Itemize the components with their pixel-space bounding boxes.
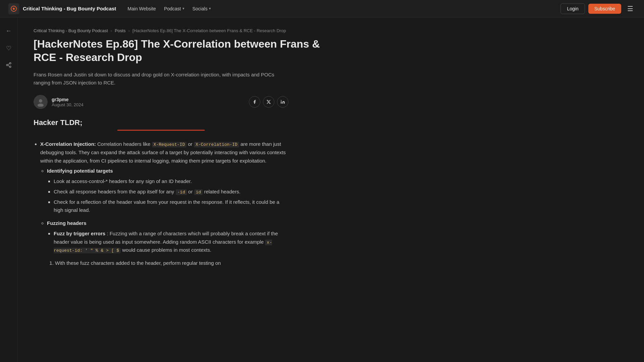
x-correlation-text2: or	[188, 141, 194, 147]
social-share-buttons	[249, 96, 288, 108]
svg-point-3	[9, 63, 11, 64]
svg-point-9	[38, 104, 44, 107]
numbered-item-1-text: With these fuzz characters added to the …	[55, 260, 221, 266]
svg-point-2	[13, 8, 15, 10]
breadcrumb-posts[interactable]: Posts	[115, 28, 126, 33]
list-item: Fuzzing headers Fuzz by trigger errors :…	[47, 219, 288, 267]
like-button[interactable]: ♡	[4, 43, 13, 54]
left-sidebar: ← ♡	[0, 17, 17, 362]
x-correlation-text: Correlation headers like	[97, 141, 152, 147]
identifying-item-2b: or	[188, 189, 194, 194]
svg-line-7	[8, 64, 9, 65]
avatar	[34, 95, 48, 109]
svg-point-4	[6, 64, 8, 66]
list-item: Check for a reflection of the header val…	[54, 198, 288, 215]
author-date: August 30, 2024	[52, 102, 84, 107]
back-button[interactable]: ←	[4, 25, 14, 37]
hacker-tldr-heading: Hacker TLDR;	[34, 118, 288, 127]
nav-main-website[interactable]: Main Website	[124, 4, 159, 13]
socials-chevron-icon: ▾	[209, 6, 211, 11]
brand-name: Critical Thinking - Bug Bounty Podcast	[23, 6, 116, 11]
fuzzing-items: Fuzz by trigger errors : Fuzzing with a …	[54, 230, 288, 254]
svg-point-10	[281, 100, 281, 101]
code-id-2: id	[194, 189, 203, 195]
article-title: [HackerNotes Ep.86] The X-Correlation be…	[34, 37, 322, 64]
red-divider	[117, 130, 205, 131]
list-item: Identifying potential targets Look at ac…	[47, 167, 288, 215]
subscribe-button[interactable]: Subscribe	[588, 4, 621, 14]
identifying-item-1: Look at access-control-* headers for any…	[54, 178, 192, 184]
code-x-correlation-id: X-Correlation-ID	[194, 142, 239, 147]
share-button[interactable]	[4, 60, 14, 70]
numbered-list: With these fuzz characters added to the …	[55, 259, 288, 267]
linkedin-share-button[interactable]	[277, 96, 288, 108]
list-item: Look at access-control-* headers for any…	[54, 177, 288, 186]
breadcrumb-home[interactable]: Critical Thinking - Bug Bounty Podcast	[34, 28, 108, 33]
navbar-left: Critical Thinking - Bug Bounty Podcast M…	[8, 3, 214, 14]
nav-links: Main Website Podcast ▾ Socials ▾	[124, 4, 214, 13]
brand-logo-link[interactable]: Critical Thinking - Bug Bounty Podcast	[8, 3, 116, 14]
brand-logo	[8, 3, 19, 14]
podcast-chevron-icon: ▾	[182, 6, 184, 11]
navbar-right: Login Subscribe ☰	[560, 3, 636, 14]
navbar: Critical Thinking - Bug Bounty Podcast M…	[0, 0, 644, 17]
numbered-item-1: With these fuzz characters added to the …	[55, 259, 288, 267]
fuzzing-heading: Fuzzing headers	[47, 220, 87, 226]
author-row: gr3pme August 30, 2024	[34, 95, 288, 109]
svg-point-5	[9, 66, 11, 68]
code-id-1: -id	[176, 189, 187, 195]
fuzz-trigger-bold: Fuzz by trigger errors	[54, 231, 105, 236]
list-item: X-Correlation Injection: Correlation hea…	[40, 140, 288, 267]
article-body: Hacker TLDR; X-Correlation Injection: Co…	[34, 118, 288, 267]
svg-point-8	[39, 99, 42, 103]
list-item: Check all response headers from the app …	[54, 188, 288, 196]
breadcrumb: Critical Thinking - Bug Bounty Podcast ›…	[34, 28, 330, 33]
code-x-request-id: X-Request-ID	[152, 142, 187, 147]
identifying-items: Look at access-control-* headers for any…	[54, 177, 288, 215]
list-item: Fuzz by trigger errors : Fuzzing with a …	[54, 230, 288, 254]
identifying-item-2c: related headers.	[204, 189, 240, 194]
menu-button[interactable]: ☰	[625, 3, 636, 14]
facebook-share-button[interactable]	[249, 96, 260, 108]
sub-bullet-list: Identifying potential targets Look at ac…	[47, 167, 288, 267]
main-bullet-list: X-Correlation Injection: Correlation hea…	[40, 140, 288, 267]
breadcrumb-sep-1: ›	[111, 28, 112, 33]
breadcrumb-current: [HackerNotes Ep.86] The X-Correlation be…	[132, 28, 286, 33]
identifying-heading: Identifying potential targets	[47, 168, 113, 174]
fuzz-trigger-text2: would cause problems in most contexts.	[122, 247, 211, 253]
author-info: gr3pme August 30, 2024	[34, 95, 84, 109]
author-details: gr3pme August 30, 2024	[52, 97, 84, 107]
svg-line-6	[8, 65, 9, 66]
article-subtitle: Frans Rosen and Justin sit down to discu…	[34, 71, 288, 87]
breadcrumb-sep-2: ›	[128, 28, 129, 33]
x-correlation-bold-label: X-Correlation Injection:	[40, 141, 96, 147]
main-content: Critical Thinking - Bug Bounty Podcast ›…	[17, 17, 346, 299]
nav-podcast[interactable]: Podcast ▾	[161, 4, 188, 13]
identifying-item-2a: Check all response headers from the app …	[54, 189, 176, 194]
author-name[interactable]: gr3pme	[52, 97, 84, 102]
identifying-item-3: Check for a reflection of the header val…	[54, 199, 279, 213]
twitter-share-button[interactable]	[263, 96, 274, 108]
nav-socials[interactable]: Socials ▾	[189, 4, 214, 13]
login-button[interactable]: Login	[560, 3, 585, 14]
